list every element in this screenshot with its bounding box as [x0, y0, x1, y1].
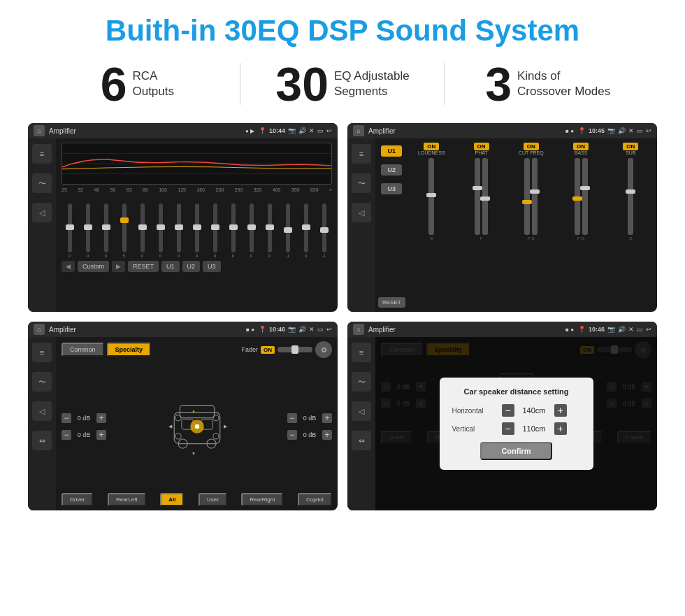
rect-icon-2: ▭ — [637, 127, 643, 134]
fr-plus[interactable]: + — [322, 413, 332, 423]
fader-slider[interactable] — [277, 347, 312, 352]
vol-icon-2: 🔊 — [618, 127, 626, 134]
bass-on[interactable]: ON — [573, 143, 589, 150]
back-icon-2: ↩ — [646, 127, 651, 134]
x-icon-2: ✕ — [628, 127, 634, 134]
all-btn[interactable]: All — [160, 493, 184, 506]
eq-reset-btn[interactable]: RESET — [128, 261, 159, 272]
screen3-bottom: Driver RearLeft All User RearRight Copil… — [62, 493, 332, 506]
location-icon: 📍 — [259, 127, 266, 134]
stat-divider-1 — [240, 63, 240, 105]
eq-u1-btn[interactable]: U1 — [161, 261, 180, 272]
loudness-col: ON LOUDNESS G — [408, 143, 455, 308]
eq-main: 25 32 40 50 63 80 100 125 160 200 250 32… — [56, 138, 338, 312]
vertical-minus[interactable]: − — [502, 422, 514, 435]
screen-eq: ⌂ Amplifier ● ▶ 📍 10:44 📷 🔊 ✕ ▭ ↩ ≡ 〜 ◁ — [28, 123, 338, 312]
stat-crossover: 3 Kinds of Crossover Modes — [452, 60, 643, 108]
x-icon-4: ✕ — [628, 326, 634, 333]
screen2-body: ≡ 〜 ◁ U1 U2 U3 RESET ON LOUDNESS — [347, 138, 657, 312]
phat-on[interactable]: ON — [474, 143, 489, 150]
stat-rca-text: RCA Outputs — [132, 69, 174, 99]
wave-icon-4[interactable]: 〜 — [352, 372, 371, 392]
screen1-side: ≡ 〜 ◁ — [28, 138, 56, 312]
rr-plus[interactable]: + — [322, 430, 332, 440]
rearleft-btn[interactable]: RearLeft — [108, 493, 146, 506]
svg-point-14 — [175, 433, 180, 438]
fr-val: 0 dB — [300, 415, 319, 422]
x-icon-3: ✕ — [309, 326, 315, 333]
driver-btn[interactable]: Driver — [62, 493, 93, 506]
wave-icon[interactable]: 〜 — [32, 173, 52, 193]
eq-icon-2[interactable]: ≡ — [352, 144, 371, 164]
screen3-main: Common Specialty Fader ON ⚙ — [56, 337, 338, 510]
u3-button[interactable]: U3 — [381, 183, 402, 194]
eq-sliders: 0 0 0 5 — [62, 195, 332, 258]
rl-minus[interactable]: − — [62, 430, 71, 440]
vol-row-rr: − 0 dB + — [287, 430, 332, 440]
rl-plus[interactable]: + — [96, 430, 106, 440]
arrows-icon-3[interactable]: ⇔ — [32, 431, 52, 450]
eq-custom-btn[interactable]: Custom — [78, 261, 109, 272]
location-icon-3: 📍 — [259, 326, 266, 333]
svg-point-11 — [194, 424, 199, 429]
screen-amp: ⌂ Amplifier ■ ● 📍 10:45 📷 🔊 ✕ ▭ ↩ ≡ 〜 ◁ — [347, 123, 657, 312]
eq-icon-4[interactable]: ≡ — [352, 343, 371, 362]
eq-prev-btn[interactable]: ◀ — [62, 261, 75, 272]
eq-graph — [62, 143, 332, 185]
tab-row: Common Specialty Fader ON ⚙ — [62, 341, 332, 358]
home-icon-3[interactable]: ⌂ — [34, 324, 45, 335]
settings-icon[interactable]: ⚙ — [315, 341, 332, 358]
fl-minus[interactable]: − — [62, 413, 71, 423]
vertical-plus[interactable]: + — [554, 422, 567, 435]
eq-icon[interactable]: ≡ — [32, 144, 52, 164]
horizontal-minus[interactable]: − — [502, 404, 514, 417]
dialog-title: Car speaker distance setting — [452, 387, 581, 396]
tab-common[interactable]: Common — [62, 343, 104, 357]
reset-btn[interactable]: RESET — [378, 297, 405, 308]
fr-minus[interactable]: − — [287, 413, 297, 423]
user-btn[interactable]: User — [199, 493, 227, 506]
screen3-title: Amplifier — [49, 326, 242, 334]
eq-play-btn[interactable]: ▶ — [112, 261, 125, 272]
svg-rect-5 — [180, 405, 214, 417]
rr-minus[interactable]: − — [287, 430, 297, 440]
horizontal-label: Horizontal — [452, 407, 498, 415]
sub-col: ON SUB G — [607, 143, 654, 308]
back-icon-4: ↩ — [646, 326, 651, 333]
stat-crossover-text: Kinds of Crossover Modes — [517, 69, 610, 99]
fader-on[interactable]: ON — [261, 346, 275, 354]
u2-button[interactable]: U2 — [381, 164, 402, 176]
cutfreq-on[interactable]: ON — [524, 143, 539, 150]
stat-crossover-number: 3 — [485, 60, 512, 108]
screen3-side: ≡ 〜 ◁ ⇔ — [28, 337, 56, 510]
horizontal-plus[interactable]: + — [554, 404, 567, 417]
speaker-icon[interactable]: ◁ — [32, 203, 52, 222]
stat-rca-number: 6 — [101, 60, 127, 108]
arrows-icon-4[interactable]: ⇔ — [352, 431, 371, 450]
sub-on[interactable]: ON — [623, 143, 638, 150]
cam-icon-3: 📷 — [288, 326, 296, 333]
speaker-icon-2[interactable]: ◁ — [352, 203, 371, 222]
rearright-btn[interactable]: RearRight — [241, 493, 283, 506]
u1-button[interactable]: U1 — [381, 145, 402, 157]
eq-u3-btn[interactable]: U3 — [203, 261, 221, 272]
screen1-title: Amplifier — [49, 127, 241, 135]
confirm-button[interactable]: Confirm — [480, 442, 551, 460]
home-icon-2[interactable]: ⌂ — [353, 125, 364, 136]
loudness-on[interactable]: ON — [424, 143, 439, 150]
speaker-icon-3[interactable]: ◁ — [32, 401, 52, 421]
home-icon-4[interactable]: ⌂ — [353, 324, 364, 335]
wave-icon-2[interactable]: 〜 — [352, 173, 371, 193]
screen2-status-icons: 📍 10:45 📷 🔊 ✕ ▭ ↩ — [578, 127, 651, 134]
eq-u2-btn[interactable]: U2 — [182, 261, 201, 272]
fl-plus[interactable]: + — [96, 413, 106, 423]
eq-icon-3[interactable]: ≡ — [32, 343, 52, 362]
svg-text:▶: ▶ — [224, 424, 228, 429]
speaker-icon-4[interactable]: ◁ — [352, 401, 371, 421]
home-icon[interactable]: ⌂ — [34, 125, 45, 136]
eq-bottom-bar: ◀ Custom ▶ RESET U1 U2 U3 — [62, 261, 332, 272]
main-title: Buith-in 30EQ DSP Sound System — [21, 14, 664, 48]
tab-specialty[interactable]: Specialty — [107, 343, 152, 357]
wave-icon-3[interactable]: 〜 — [32, 372, 52, 392]
copilot-btn[interactable]: Copilot — [298, 493, 332, 506]
